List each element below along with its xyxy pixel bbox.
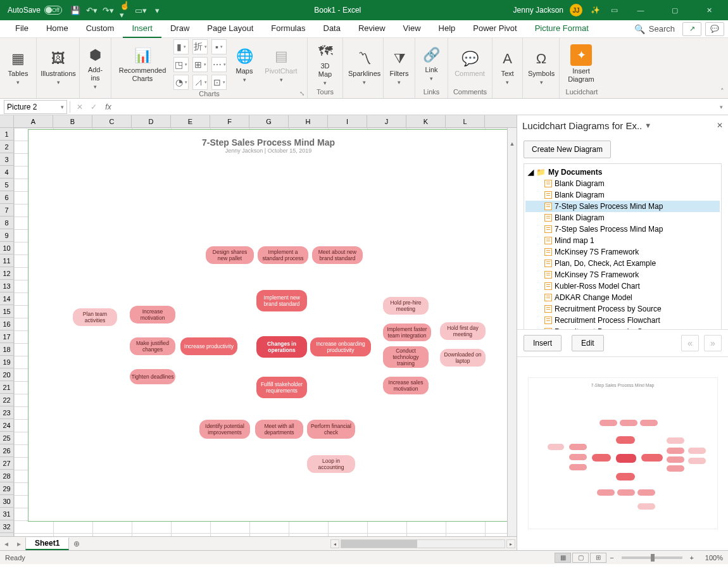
tree-item[interactable]: McKinsey 7S Framework <box>525 246 720 258</box>
row-header[interactable]: 22 <box>0 394 13 406</box>
tab-power-pivot[interactable]: Power Pivot <box>464 20 525 38</box>
collapse-ribbon-icon[interactable]: ˄ <box>720 87 724 96</box>
embedded-diagram[interactable]: 7-Step Sales Process Mind Map Jenny Jack… <box>28 129 509 522</box>
col-header[interactable]: H <box>289 115 328 127</box>
col-header[interactable]: D <box>132 115 171 127</box>
row-header[interactable]: 21 <box>0 381 13 394</box>
col-header[interactable]: I <box>328 115 367 127</box>
row-header[interactable]: 9 <box>0 229 13 242</box>
recommended-charts-button[interactable]: 📊 Recommended Charts <box>115 46 170 83</box>
page-prev-button[interactable]: « <box>681 335 699 351</box>
row-header[interactable]: 32 <box>0 520 13 533</box>
redo-icon[interactable]: ↷▾ <box>104 6 113 15</box>
combo-chart-icon[interactable]: ⩘ <box>192 75 208 90</box>
row-header[interactable]: 8 <box>0 217 13 229</box>
minimize-button[interactable]: ― <box>627 0 655 20</box>
preview-thumbnail[interactable]: 7-Step Sales Process Mind Map <box>528 377 718 529</box>
expand-formula-bar-icon[interactable]: ▾ <box>718 104 728 110</box>
autosave-toggle[interactable]: AutoSave Off <box>8 6 60 15</box>
col-header[interactable]: F <box>210 115 249 127</box>
col-header[interactable]: G <box>249 115 289 127</box>
tab-data[interactable]: Data <box>315 20 349 38</box>
tab-help[interactable]: Help <box>430 20 465 38</box>
user-avatar[interactable]: JJ <box>570 4 582 16</box>
save-icon[interactable]: 💾 <box>71 6 80 15</box>
formula-input[interactable] <box>116 100 718 114</box>
row-header[interactable]: 15 <box>0 305 13 318</box>
vertical-scrollbar[interactable]: ▲ <box>508 141 516 147</box>
addins-button[interactable]: ⬢ Add- ins ▾ <box>84 46 107 90</box>
name-box[interactable]: Picture 2 ▾ <box>4 100 67 114</box>
zoom-out-button[interactable]: − <box>607 554 616 562</box>
user-name[interactable]: Jenny Jackson <box>513 6 563 15</box>
tab-formulas[interactable]: Formulas <box>262 20 314 38</box>
col-header[interactable]: C <box>92 115 132 127</box>
row-header[interactable]: 25 <box>0 432 13 444</box>
sheet-nav-next-icon[interactable]: ▸ <box>13 539 25 548</box>
row-header[interactable]: 4 <box>0 166 13 179</box>
tree-item[interactable]: Mind map 1 <box>525 235 720 246</box>
tree-item[interactable]: Blank Diagram <box>525 212 720 223</box>
filters-button[interactable]: ⧩ Filters ▾ <box>387 49 411 85</box>
tab-home[interactable]: Home <box>37 20 77 38</box>
row-header[interactable]: 6 <box>0 191 13 204</box>
row-header[interactable]: 10 <box>0 242 13 254</box>
row-header[interactable]: 18 <box>0 343 13 356</box>
row-header[interactable]: 31 <box>0 508 13 520</box>
row-header[interactable]: 7 <box>0 204 13 217</box>
3d-map-button[interactable]: 🗺 3D Map ▾ <box>311 42 339 86</box>
tree-item[interactable]: Blank Diagram <box>525 189 720 201</box>
tables-button[interactable]: ▦ Tables ▾ <box>4 49 32 85</box>
col-header[interactable]: E <box>171 115 210 127</box>
tree-item[interactable]: Recruitment Process Flowchart <box>525 315 720 326</box>
edit-button[interactable]: Edit <box>572 335 604 351</box>
pie-chart-icon[interactable]: ◔ <box>173 75 189 90</box>
page-break-view-button[interactable]: ⊞ <box>590 553 606 563</box>
pivotchart-button[interactable]: ▤ PivotChart ▾ <box>262 47 300 83</box>
win-loss-chart-icon[interactable]: ▪ <box>211 39 227 54</box>
col-header[interactable]: K <box>406 115 446 127</box>
fx-icon[interactable]: fx <box>101 103 116 111</box>
charts-dialog-launcher[interactable]: ⤡ <box>299 90 304 97</box>
tab-file[interactable]: File <box>6 20 37 38</box>
touch-mode-icon[interactable]: ☝▾ <box>120 6 129 15</box>
autosave-switch[interactable] <box>44 6 62 15</box>
col-header[interactable]: B <box>53 115 92 127</box>
select-all-button[interactable] <box>0 115 14 127</box>
maps-button[interactable]: 🌐 Maps ▾ <box>230 47 258 83</box>
ribbon-display-icon[interactable]: ▭ <box>608 6 620 15</box>
hscroll-left-icon[interactable]: ◂ <box>330 539 339 548</box>
tree-item[interactable]: McKinsey 7S Framework <box>525 269 720 280</box>
hscroll-right-icon[interactable]: ▸ <box>506 539 515 548</box>
line-chart-icon[interactable]: 折 <box>192 39 208 54</box>
zoom-value[interactable]: 100% <box>696 554 723 562</box>
row-header[interactable]: 23 <box>0 406 13 419</box>
create-diagram-button[interactable]: Create New Diagram <box>524 141 611 158</box>
row-header[interactable]: 5 <box>0 179 13 191</box>
text-button[interactable]: A Text ▾ <box>496 49 518 85</box>
row-header[interactable]: 3 <box>0 153 13 166</box>
undo-icon[interactable]: ↶▾ <box>87 6 96 15</box>
maximize-button[interactable]: ▢ <box>661 0 689 20</box>
row-header[interactable]: 12 <box>0 267 13 280</box>
tree-item[interactable]: 7-Step Sales Process Mind Map <box>525 201 720 212</box>
tab-draw[interactable]: Draw <box>161 20 198 38</box>
tab-page-layout[interactable]: Page Layout <box>198 20 262 38</box>
row-header[interactable]: 27 <box>0 457 13 470</box>
cell-grid[interactable]: 7-Step Sales Process Mind Map Jenny Jack… <box>14 128 517 536</box>
row-header[interactable]: 17 <box>0 330 13 343</box>
row-header[interactable]: 26 <box>0 444 13 457</box>
row-header[interactable]: 29 <box>0 482 13 495</box>
zoom-slider[interactable] <box>622 556 682 559</box>
horizontal-scrollbar[interactable]: ◂ ▸ <box>330 538 515 550</box>
row-header[interactable]: 2 <box>0 141 13 153</box>
comment-button[interactable]: 💬 Comment <box>452 49 487 78</box>
tell-me-search[interactable]: 🔍 Search <box>634 24 679 34</box>
tab-view[interactable]: View <box>394 20 430 38</box>
hierarchy-chart-icon[interactable]: ◳ <box>173 57 189 72</box>
row-header[interactable]: 11 <box>0 254 13 267</box>
col-header[interactable]: A <box>14 115 53 127</box>
tree-folder[interactable]: ◢ 📁 My Documents <box>525 166 720 178</box>
tree-item[interactable]: 7-Step Sales Process Mind Map <box>525 223 720 235</box>
row-header[interactable]: 20 <box>0 368 13 381</box>
